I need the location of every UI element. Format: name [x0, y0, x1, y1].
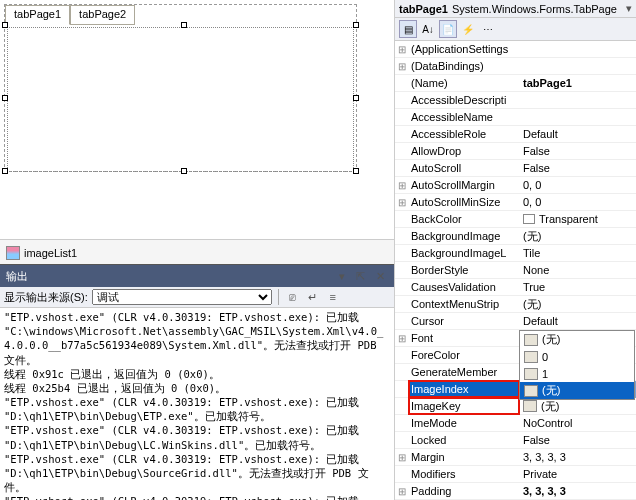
property-value[interactable]: False — [519, 160, 636, 176]
property-value[interactable]: (无) — [519, 398, 636, 414]
events-button[interactable]: ⚡ — [459, 20, 477, 38]
resize-handle[interactable] — [353, 168, 359, 174]
property-row[interactable]: ⊞AutoScrollMargin0, 0 — [395, 177, 636, 194]
property-row[interactable]: BackgroundImage(无) — [395, 228, 636, 245]
dropdown-option[interactable]: (无) — [520, 331, 634, 348]
property-value[interactable] — [519, 92, 636, 108]
chevron-down-icon[interactable]: ▾ — [626, 2, 632, 15]
property-value[interactable]: Private — [519, 466, 636, 482]
wrap-icon[interactable]: ↵ — [305, 289, 321, 305]
property-grid[interactable]: ⊞(ApplicationSettings⊞(DataBindings)(Nam… — [395, 41, 636, 500]
property-row[interactable]: (Name)tabPage1 — [395, 75, 636, 92]
output-title: 输出 — [6, 269, 28, 284]
autohide-icon[interactable]: ⇱ — [353, 268, 369, 284]
property-value[interactable]: NoControl — [519, 415, 636, 431]
property-value[interactable] — [519, 109, 636, 125]
expand-toggle — [395, 313, 409, 329]
property-pages-button[interactable]: ⋯ — [479, 20, 497, 38]
property-object-selector[interactable]: tabPage1 System.Windows.Forms.TabPage ▾ — [395, 0, 636, 17]
property-value[interactable]: True — [519, 279, 636, 295]
property-value[interactable]: Transparent — [519, 211, 636, 227]
output-text[interactable]: "ETP.vshost.exe" (CLR v4.0.30319: ETP.vs… — [0, 308, 394, 500]
expand-toggle[interactable]: ⊞ — [395, 330, 409, 346]
image-thumb-icon — [524, 351, 538, 363]
form-designer[interactable]: tabPage1 tabPage2 — [0, 0, 394, 176]
property-row[interactable]: AccessibleName — [395, 109, 636, 126]
tab-control[interactable]: tabPage1 tabPage2 — [4, 4, 357, 172]
property-row[interactable]: ModifiersPrivate — [395, 466, 636, 483]
property-value[interactable]: Default — [519, 313, 636, 329]
property-row[interactable]: AccessibleRoleDefault — [395, 126, 636, 143]
property-value[interactable]: 0, 0 — [519, 194, 636, 210]
dropdown-option[interactable]: (无) — [520, 382, 634, 399]
resize-handle[interactable] — [181, 22, 187, 28]
property-row[interactable]: ⊞AutoScrollMinSize0, 0 — [395, 194, 636, 211]
dropdown-option[interactable]: 1 — [520, 365, 634, 382]
property-row[interactable]: ContextMenuStrip(无) — [395, 296, 636, 313]
property-value[interactable]: 0, 0 — [519, 177, 636, 193]
property-value[interactable]: False — [519, 143, 636, 159]
property-value[interactable]: tabPage1 — [519, 75, 636, 91]
clear-icon[interactable]: ⎚ — [285, 289, 301, 305]
output-source-select[interactable]: 调试 — [92, 289, 272, 305]
property-value[interactable]: (无) — [519, 228, 636, 244]
image-thumb-icon — [524, 368, 538, 380]
property-row[interactable]: ⊞Padding3, 3, 3, 3 — [395, 483, 636, 500]
resize-handle[interactable] — [2, 22, 8, 28]
expand-toggle[interactable]: ⊞ — [395, 483, 409, 499]
property-value[interactable] — [519, 41, 636, 57]
property-row[interactable]: AccessibleDescripti — [395, 92, 636, 109]
expand-toggle[interactable]: ⊞ — [395, 58, 409, 74]
expand-toggle — [395, 466, 409, 482]
expand-toggle[interactable]: ⊞ — [395, 177, 409, 193]
property-name: ImageIndex — [409, 381, 519, 397]
property-value[interactable]: Tile — [519, 245, 636, 261]
property-value[interactable]: 3, 3, 3, 3 — [519, 483, 636, 499]
property-value[interactable]: (无) — [519, 296, 636, 312]
property-row[interactable]: ⊞(DataBindings) — [395, 58, 636, 75]
property-value[interactable] — [519, 58, 636, 74]
expand-toggle[interactable]: ⊞ — [395, 41, 409, 57]
tab-page-1[interactable]: tabPage1 — [5, 5, 70, 25]
property-row[interactable]: CursorDefault — [395, 313, 636, 330]
property-value[interactable]: None — [519, 262, 636, 278]
property-row[interactable]: ⊞(ApplicationSettings — [395, 41, 636, 58]
property-row[interactable]: LockedFalse — [395, 432, 636, 449]
property-row[interactable]: BorderStyleNone — [395, 262, 636, 279]
tab-page-2[interactable]: tabPage2 — [70, 5, 135, 25]
resize-handle[interactable] — [353, 95, 359, 101]
close-icon[interactable]: ✕ — [372, 268, 388, 284]
property-row[interactable]: ⊞Margin3, 3, 3, 3 — [395, 449, 636, 466]
dropdown-option[interactable]: 0 — [520, 348, 634, 365]
resize-handle[interactable] — [181, 168, 187, 174]
properties-button[interactable]: 📄 — [439, 20, 457, 38]
goto-icon[interactable]: ≡ — [325, 289, 341, 305]
property-value[interactable]: 3, 3, 3, 3 — [519, 449, 636, 465]
property-toolbar: ▤ A↓ 📄 ⚡ ⋯ — [395, 17, 636, 41]
expand-toggle[interactable]: ⊞ — [395, 449, 409, 465]
property-row[interactable]: CausesValidationTrue — [395, 279, 636, 296]
pin-icon[interactable]: ▾ — [334, 268, 350, 284]
tab-client-area[interactable] — [7, 27, 354, 172]
property-row[interactable]: AutoScrollFalse — [395, 160, 636, 177]
imageindex-dropdown[interactable]: (无)01(无) — [519, 330, 635, 400]
property-row[interactable]: AllowDropFalse — [395, 143, 636, 160]
alphabetical-button[interactable]: A↓ — [419, 20, 437, 38]
property-name: Padding — [409, 483, 519, 499]
property-name: CausesValidation — [409, 279, 519, 295]
component-imagelist[interactable]: imageList1 — [6, 246, 77, 260]
properties-window: tabPage1 System.Windows.Forms.TabPage ▾ … — [394, 0, 636, 500]
property-row[interactable]: BackColorTransparent — [395, 211, 636, 228]
property-row[interactable]: ImageKey(无) — [395, 398, 636, 415]
expand-toggle — [395, 143, 409, 159]
property-value[interactable]: Default — [519, 126, 636, 142]
categorized-button[interactable]: ▤ — [399, 20, 417, 38]
resize-handle[interactable] — [2, 95, 8, 101]
property-row[interactable]: BackgroundImageLTile — [395, 245, 636, 262]
expand-toggle — [395, 364, 409, 380]
resize-handle[interactable] — [2, 168, 8, 174]
expand-toggle[interactable]: ⊞ — [395, 194, 409, 210]
property-value[interactable]: False — [519, 432, 636, 448]
property-row[interactable]: ImeModeNoControl — [395, 415, 636, 432]
resize-handle[interactable] — [353, 22, 359, 28]
